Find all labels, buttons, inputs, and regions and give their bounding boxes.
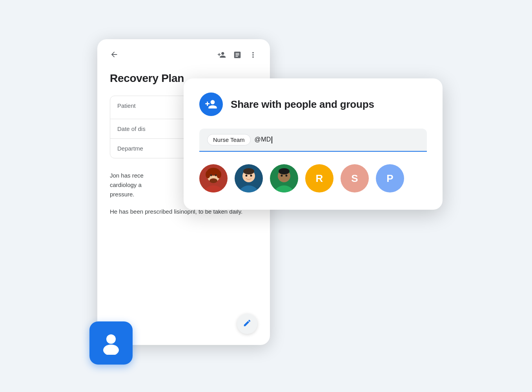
svg-point-19 [103, 345, 119, 355]
header-actions [217, 51, 257, 61]
avatar-person2[interactable] [235, 164, 263, 192]
patient-label: Patient [110, 96, 184, 119]
avatars-row: R S P [199, 164, 427, 192]
share-title: Share with people and groups [231, 98, 374, 111]
share-typed-text[interactable]: @MD [255, 136, 419, 143]
svg-point-16 [281, 175, 283, 177]
svg-point-11 [246, 175, 248, 177]
share-header: Share with people and groups [199, 93, 427, 116]
card-header [110, 50, 257, 61]
share-input-area[interactable]: Nurse Team @MD [199, 129, 427, 152]
svg-point-5 [210, 178, 217, 183]
svg-point-15 [279, 168, 290, 174]
avatar-p[interactable]: P [376, 164, 404, 192]
person-card [89, 321, 133, 365]
discharge-label: Date of dis [110, 119, 184, 138]
svg-point-7 [215, 174, 217, 176]
edit-icon [243, 319, 251, 329]
department-label: Departme [110, 139, 184, 158]
person-icon [99, 331, 123, 355]
nurse-team-chip[interactable]: Nurse Team [207, 134, 251, 145]
svg-point-3 [206, 171, 210, 178]
share-icon-circle [199, 93, 223, 116]
svg-point-17 [286, 175, 288, 177]
svg-point-4 [217, 171, 221, 178]
avatar-person1[interactable] [199, 164, 228, 192]
svg-point-6 [210, 174, 212, 176]
svg-point-13 [273, 185, 295, 192]
back-button[interactable] [110, 50, 118, 61]
svg-point-12 [250, 175, 252, 177]
more-menu-icon[interactable] [249, 51, 257, 61]
svg-point-0 [202, 185, 224, 192]
svg-point-10 [243, 168, 254, 174]
avatar-r[interactable]: R [305, 164, 333, 192]
avatar-person3[interactable] [270, 164, 298, 192]
edit-fab-button[interactable] [237, 314, 257, 334]
notes-icon[interactable] [233, 51, 242, 61]
svg-point-8 [238, 185, 260, 192]
text-cursor [271, 136, 272, 143]
svg-point-18 [106, 334, 116, 344]
scene: Recovery Plan Patient Jon Nowak Date of … [89, 27, 443, 365]
avatar-s[interactable]: S [341, 164, 369, 192]
share-dialog: Share with people and groups Nurse Team … [184, 78, 443, 210]
add-person-icon[interactable] [217, 51, 226, 61]
